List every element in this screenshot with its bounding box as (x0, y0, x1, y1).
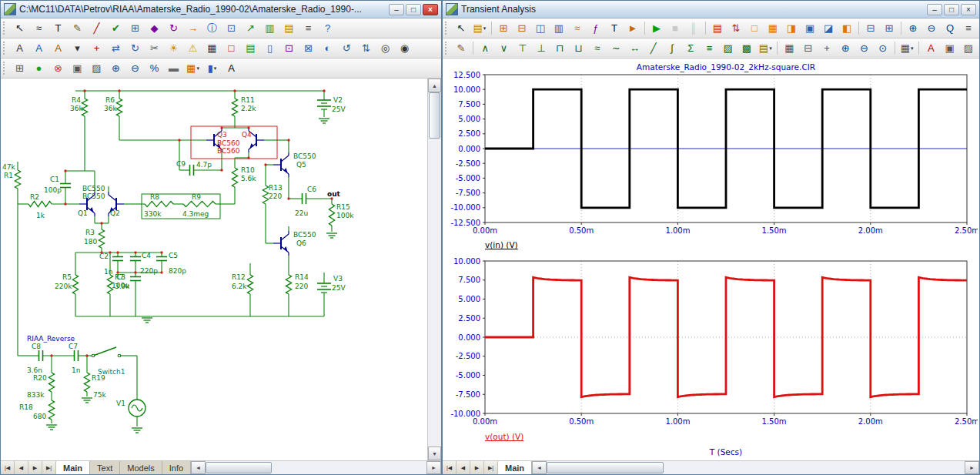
list-icon[interactable]: ≡ (299, 19, 318, 37)
limits-dialog-icon[interactable]: ▤ (708, 19, 727, 37)
minimize-button[interactable]: – (389, 4, 404, 15)
monitor-icon[interactable]: ⊡ (222, 19, 241, 37)
scroll-right-button[interactable]: ► (426, 461, 441, 474)
fall-time-icon[interactable]: ⊔ (569, 39, 587, 57)
width-icon[interactable]: ↔ (625, 39, 644, 57)
reduce-data-icon[interactable]: ▣ (801, 19, 819, 37)
tab-main[interactable]: Main (498, 461, 532, 474)
scroll-left-button[interactable]: ◄ (532, 461, 547, 474)
component-browser-icon[interactable]: ⊞ (125, 19, 145, 37)
stop-button[interactable]: ■ (666, 19, 684, 37)
h-scroll-thumb[interactable] (547, 462, 664, 473)
text-format-icon[interactable]: A (921, 39, 940, 57)
schematic-canvas[interactable]: R436kR636kR112.2kV225VQ3Q4BC560BC560BC55… (1, 79, 427, 460)
node-voltages-icon[interactable]: A (48, 39, 68, 57)
paste-page-icon[interactable]: ▨ (959, 39, 978, 57)
tile-windows-icon[interactable]: ◫ (531, 19, 550, 37)
copy-page-icon[interactable]: ▣ (940, 39, 958, 57)
tab-prev-button[interactable]: ◀ (457, 461, 470, 474)
zoom-out-icon[interactable]: ⊖ (922, 19, 941, 37)
select-tool[interactable]: ↖ (10, 19, 29, 37)
numeric-list-icon[interactable]: ▦ (780, 39, 798, 57)
analysis-h-scrollbar[interactable]: ◄ ► (532, 461, 979, 474)
tag-mode-icon[interactable]: ► (624, 19, 642, 37)
tab-main[interactable]: Main (56, 461, 90, 474)
slope-icon[interactable]: ╱ (644, 39, 663, 57)
add-scope-window-icon[interactable]: ⊞ (494, 19, 513, 37)
autoscale-icon[interactable]: Q (941, 19, 959, 37)
grid-icon[interactable]: ▦ (202, 39, 222, 57)
schematic-h-scrollbar[interactable]: ◄ ► (191, 461, 441, 474)
snapshot-icon[interactable]: ▬ (164, 59, 183, 77)
zoom-out-icon[interactable]: ⊖ (855, 39, 873, 57)
help-icon[interactable]: ? (318, 19, 337, 37)
watch-window-icon[interactable]: ◪ (819, 19, 838, 37)
rotate-icon[interactable]: ↻ (125, 39, 145, 57)
h-scroll-track[interactable] (206, 461, 426, 474)
add-plot-window-icon[interactable]: ⊟ (513, 19, 531, 37)
export-icon[interactable]: ↗ (241, 19, 260, 37)
average-icon[interactable]: ≡ (700, 39, 718, 57)
tab-info[interactable]: Info (162, 461, 191, 474)
analysis-options-icon[interactable]: □ (745, 19, 764, 37)
refresh-icon[interactable]: ↻ (164, 19, 183, 37)
cascade-windows-icon[interactable]: ▥ (550, 19, 568, 37)
report-icon[interactable]: ▤ (279, 19, 299, 37)
pause-button[interactable]: ║ (684, 19, 703, 37)
valley-tag-icon[interactable]: ∨ (494, 39, 513, 57)
low-tag-icon[interactable]: ⊥ (532, 39, 550, 57)
close-button[interactable]: × (961, 4, 976, 15)
border-icon[interactable]: □ (222, 39, 241, 57)
select-region-icon[interactable]: ⊠ (299, 39, 318, 57)
tab-first-button[interactable]: |◀ (1, 461, 15, 474)
split-horizontal-icon[interactable]: ⊟ (861, 19, 880, 37)
tab-last-button[interactable]: ▶| (484, 461, 498, 474)
node-numbers-icon[interactable]: A (29, 39, 48, 57)
tag-list-dropdown[interactable]: ▤▾ (756, 39, 774, 57)
plot-area[interactable]: 12.50010.0007.5005.0002.5000.000-2.500-5… (443, 59, 979, 460)
stepping-icon[interactable]: ⇅ (727, 19, 745, 37)
hatch-icon[interactable]: ▨ (719, 39, 738, 57)
pencil-tool[interactable]: ✎ (68, 19, 87, 37)
peak-tag-icon[interactable]: ∧ (476, 39, 494, 57)
warning-icon[interactable]: ⚠ (183, 39, 202, 57)
grid-color-dropdown[interactable]: ▦▾ (183, 59, 202, 77)
text-tool[interactable]: T (605, 19, 624, 37)
sheet-icon[interactable]: ▥ (260, 19, 279, 37)
text-tool[interactable]: T (48, 19, 68, 37)
copy-page-icon[interactable]: ▣ (68, 59, 87, 77)
numeric-output-icon[interactable]: ▦ (764, 19, 782, 37)
grid-options-dropdown[interactable]: ▦▾ (898, 39, 916, 57)
zoom-fit-icon[interactable]: ⊙ (874, 39, 892, 57)
zoom-out-icon[interactable]: ⊖ (125, 59, 145, 77)
tab-text[interactable]: Text (90, 461, 120, 474)
restore-button[interactable]: □ (406, 4, 421, 15)
wire-mode-tool[interactable]: ≈ (29, 19, 48, 37)
sun-icon[interactable]: ☀ (164, 39, 183, 57)
schematic-v-scrollbar[interactable]: ▲ ▼ (427, 79, 441, 460)
tab-last-button[interactable]: ▶| (42, 461, 56, 474)
pin-connections-icon[interactable]: + (87, 39, 106, 57)
split-vertical-icon[interactable]: ⊞ (880, 19, 898, 37)
state-variables-icon[interactable]: ◨ (782, 19, 801, 37)
line-tool[interactable]: ╱ (87, 19, 106, 37)
options-icon[interactable]: ≡ (959, 19, 978, 37)
analysis-titlebar[interactable]: Transient Analysis – □ × (443, 1, 979, 18)
h-scroll-track[interactable] (547, 461, 965, 474)
v-scroll-track[interactable] (428, 92, 441, 447)
edit-waveform-icon[interactable]: ✎ (452, 39, 470, 57)
fill-icon[interactable]: ▩ (738, 39, 756, 57)
period-icon[interactable]: ∼ (607, 39, 625, 57)
rms-icon[interactable]: Σ (681, 39, 700, 57)
mirror-icon[interactable]: ◐ (318, 39, 337, 57)
swap-icon[interactable]: ⇄ (106, 39, 125, 57)
zoom-in-icon[interactable]: ⊕ (836, 39, 855, 57)
find-icon[interactable]: ◎ (376, 39, 395, 57)
flip-icon[interactable]: ⇅ (356, 39, 376, 57)
open-file-dropdown[interactable]: ▤▾ (470, 19, 489, 37)
restore-button[interactable]: □ (944, 4, 959, 15)
scroll-right-button[interactable]: ► (965, 461, 979, 474)
tab-prev-button[interactable]: ◀ (15, 461, 28, 474)
3d-plot-icon[interactable]: ◧ (838, 19, 856, 37)
color-swatch-dropdown[interactable]: ▮▾ (202, 59, 222, 77)
